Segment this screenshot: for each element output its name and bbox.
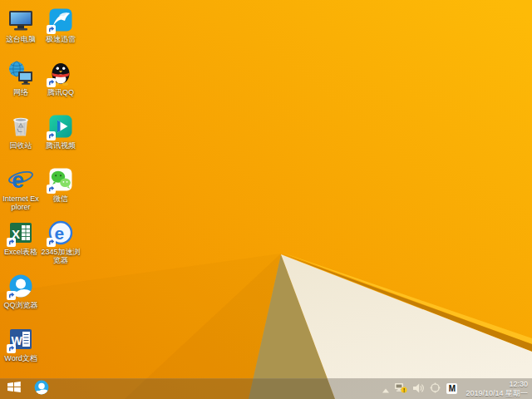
circle-crosshair-icon: [430, 382, 441, 397]
qq-browser-taskbar-icon[interactable]: [32, 378, 52, 399]
svg-text:e: e: [55, 224, 65, 243]
windows-logo-icon: [7, 381, 21, 397]
svg-text:!: !: [403, 387, 405, 392]
start-button[interactable]: [0, 378, 28, 399]
hidden-icons-arrow[interactable]: [382, 382, 389, 397]
desktop-icon-label: Internet Explorer: [1, 195, 41, 211]
tencent-video-icon: [47, 113, 74, 140]
this-pc-icon: [7, 7, 34, 33]
shortcut-arrow-icon: [47, 185, 56, 194]
excel-icon: X: [7, 219, 34, 246]
desktop-icon-label: 网络: [1, 88, 41, 96]
desktop-icon-label: 腾讯QQ: [41, 88, 81, 96]
system-tray: ! M: [382, 380, 532, 397]
xunlei-icon: [47, 7, 74, 33]
clock-date: 2019/10/14 星期一: [466, 389, 528, 398]
taskbar: ! M: [0, 378, 532, 399]
desktop-icon-label: 极速迅雷: [41, 35, 81, 43]
network-warning-icon: !: [395, 382, 407, 397]
chevron-up-icon: [382, 382, 389, 397]
network-status-icon[interactable]: !: [395, 382, 407, 397]
shortcut-arrow-icon: [47, 131, 56, 140]
desktop-icon-wechat[interactable]: 微信: [41, 166, 81, 203]
desktop-icon-label: 腾讯视频: [41, 141, 81, 150]
recycle-bin-icon: [7, 113, 34, 140]
desktop-icon-qq[interactable]: 腾讯QQ: [41, 60, 81, 96]
desktop-icon-internet-explorer[interactable]: e Internet Explorer: [1, 166, 41, 211]
desktop-icon-word[interactable]: W Word文档: [1, 326, 41, 362]
qq-browser-icon: [33, 379, 50, 399]
desktop-icon-label: QQ浏览器: [1, 301, 41, 309]
volume-icon[interactable]: [413, 382, 424, 397]
desktop-icon-label: Word文档: [1, 354, 41, 362]
browser-2345-icon: e: [47, 219, 74, 246]
qq-browser-icon: [7, 273, 34, 299]
word-icon: W: [7, 326, 34, 352]
desktop: 这台电脑 网络 回收站 e Internet Explorer: [0, 0, 532, 399]
shortcut-arrow-icon: [47, 78, 56, 87]
desktop-icon-tencent-video[interactable]: 腾讯视频: [41, 113, 81, 150]
input-method-indicator[interactable]: M: [446, 383, 457, 394]
desktop-icon-label: 回收站: [1, 141, 41, 150]
shortcut-arrow-icon: [7, 291, 16, 300]
desktop-icon-label: 这台电脑: [1, 35, 41, 43]
shortcut-arrow-icon: [47, 25, 56, 34]
desktop-icon-excel[interactable]: X Excel表格: [1, 219, 41, 256]
desktop-icon-this-pc[interactable]: 这台电脑: [1, 7, 41, 43]
desktop-icon-qq-browser[interactable]: QQ浏览器: [1, 273, 41, 309]
desktop-icon-network[interactable]: 网络: [1, 60, 41, 96]
desktop-icon-xunlei[interactable]: 极速迅雷: [41, 7, 81, 43]
shortcut-arrow-icon: [7, 238, 16, 247]
desktop-icon-recycle-bin[interactable]: 回收站: [1, 113, 41, 150]
desktop-icon-label: Excel表格: [1, 248, 41, 256]
clock-time: 12:30: [466, 380, 528, 389]
desktop-icon-label: 2345加速浏览器: [41, 248, 81, 264]
desktop-icon-label: 微信: [41, 195, 81, 203]
desktop-icon-browser-2345[interactable]: e 2345加速浏览器: [41, 219, 81, 264]
speaker-icon: [413, 382, 424, 397]
shortcut-arrow-icon: [7, 344, 16, 353]
tray-clock[interactable]: 12:30 2019/10/14 星期一: [466, 380, 528, 397]
safety-app-tray-icon[interactable]: [430, 382, 441, 397]
shortcut-arrow-icon: [47, 238, 56, 247]
wechat-icon: [47, 166, 74, 193]
internet-explorer-icon: e: [7, 166, 34, 193]
desktop-icon-grid: 这台电脑 网络 回收站 e Internet Explorer: [0, 0, 100, 378]
qq-icon: [47, 60, 74, 86]
network-icon: [7, 60, 34, 86]
